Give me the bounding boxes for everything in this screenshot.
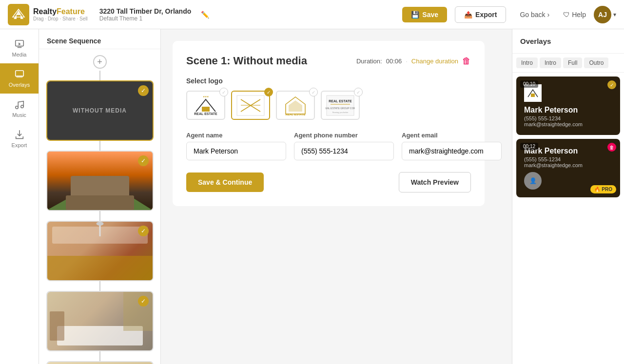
logo-options: ✓ REAL ESTATE ★★★ ✓ [186,91,471,120]
delete-scene-button[interactable]: 🗑 [462,56,471,66]
connector [99,71,100,80]
agent-phone-input[interactable] [294,142,394,160]
sidebar-nav: Media Overlays Music Export [0,29,39,364]
svg-text:REAL ESTATE GROUP CORP: REAL ESTATE GROUP CORP [326,107,355,110]
address-line2: Default Theme 1 [99,15,192,22]
scene-panel: Scene Sequence + WITHOUT MEDIA ✓ ✓ [39,29,161,364]
chevron-down-icon: ▾ [613,11,616,18]
scene-list: + WITHOUT MEDIA ✓ ✓ [39,49,160,364]
scene-title: Scene 1: Without media [186,55,307,67]
address-line1: 3220 Tall Timber Dr, Orlando [99,7,192,15]
logo-option-1[interactable]: ✓ REAL ESTATE ★★★ [186,91,225,120]
overlay-delete-2[interactable]: 🗑 [607,143,616,152]
svg-text:REAL ESTATE: REAL ESTATE [194,112,217,115]
svg-text:Serving you better: Serving you better [332,111,349,114]
help-button[interactable]: 🛡 Help [563,11,586,19]
scene-thumb-3[interactable]: ✓ [46,221,154,281]
connector [99,281,100,291]
overlay-avatar-2: 👤 [524,172,542,190]
duration-row: Duration: 00:06 · Change duration 🗑 [356,56,471,66]
logo-check-outline-3: ✓ [309,88,318,96]
agent-name-input[interactable] [186,142,286,160]
svg-text:REAL ESTATE: REAL ESTATE [329,99,352,103]
overlay-card-1[interactable]: 00:10 ✓ Mark Peterson (555) 555-1234 mar… [516,77,620,135]
logo-realty: Realty [33,7,57,16]
scene-check-3: ✓ [138,226,149,236]
logo-img-2 [234,93,268,117]
avatar-button[interactable]: AJ ▾ [594,6,616,23]
logo-img-1: REAL ESTATE ★★★ [189,93,223,117]
sidebar-item-music[interactable]: Music [0,94,39,124]
sidebar-item-export[interactable]: Export [0,124,39,154]
scene-thumb-5[interactable]: ✓ [46,361,154,364]
save-button[interactable]: 💾 Save [402,7,447,22]
agent-email-label: Agent email [402,132,502,139]
agent-name-label: Agent name [186,132,286,139]
overlay-time-1: 00:10 [520,80,538,88]
logo-text: RealtyFeature Drag · Drop · Share · Sell [33,7,88,21]
sidebar-item-overlays[interactable]: Overlays [0,63,39,94]
scene-thumb-4[interactable]: ✓ [46,291,154,351]
export-icon: 📤 [464,11,472,19]
duration-value: 00:06 [386,57,402,65]
logo-option-2[interactable]: ✓ [231,91,270,120]
overlays-panel: Overlays Intro Intro Full Outro 00:10 ✓ … [512,29,624,364]
logo-tagline: Drag · Drop · Share · Sell [33,16,88,21]
svg-text:★★★: ★★★ [203,95,209,98]
svg-text:REAL ESTATE: REAL ESTATE [286,113,306,116]
svg-marker-17 [289,100,302,112]
edit-icon[interactable]: ✏️ [201,11,209,19]
svg-rect-6 [16,76,22,78]
scene-check-2: ✓ [138,155,149,166]
header: RealtyFeature Drag · Drop · Share · Sell… [0,0,624,29]
scene-thumb-1[interactable]: WITHOUT MEDIA ✓ [46,80,154,141]
overlay-email-2: mark@straightedge.com [524,162,612,168]
main-content: Scene 1: Without media Duration: 00:06 ·… [161,29,512,364]
scene-form: Scene 1: Without media Duration: 00:06 ·… [173,41,485,206]
overlay-email-1: mark@straightedge.com [524,121,612,127]
overlay-tab-outro[interactable]: Outro [584,57,608,68]
overlay-phone-2: (555) 555-1234 [524,156,612,162]
export-button[interactable]: 📤 Export [455,6,506,23]
overlay-time-2: 00:12 [520,143,538,150]
logo-feature: Feature [57,7,85,16]
overlay-phone-1: (555) 555-1234 [524,115,612,121]
svg-point-7 [15,106,18,109]
overlay-tab-full[interactable]: Full [563,57,582,68]
overlays-panel-header: Overlays [512,29,624,54]
scene-thumb-2[interactable]: ✓ [46,151,154,211]
scene-title-row: Scene 1: Without media Duration: 00:06 ·… [186,55,471,67]
avatar: AJ [594,6,611,23]
agent-name-group: Agent name [186,132,286,160]
watch-preview-button[interactable]: Watch Preview [399,172,471,192]
go-back-button[interactable]: Go back › [514,7,555,22]
overlay-name-1: Mark Peterson [524,106,612,115]
scene-thumb-inner-1: WITHOUT MEDIA [47,81,153,140]
shield-icon: 🛡 [563,11,570,19]
overlay-card-inner-2: 00:12 🗑 Mark Peterson (555) 555-1234 mar… [516,139,620,197]
scene-check-4: ✓ [138,296,149,307]
duration-label: Duration: [356,57,382,65]
change-duration-link[interactable]: Change duration [411,57,458,65]
logo: RealtyFeature Drag · Drop · Share · Sell [8,4,88,25]
connector [99,351,100,361]
svg-rect-9 [202,107,210,112]
sidebar-item-media[interactable]: Media [0,33,39,63]
agent-phone-label: Agent phone number [294,132,394,139]
scene-check-1: ✓ [138,85,149,96]
overlay-tabs: Intro Intro Full Outro [512,54,624,73]
main-layout: Media Overlays Music Export Scene Sequen… [0,29,624,364]
logo-option-4[interactable]: ✓ REAL ESTATE REAL ESTATE GROUP CORP Ser… [321,91,360,120]
overlay-card-2[interactable]: 00:12 🗑 Mark Peterson (555) 555-1234 mar… [516,139,620,197]
select-logo-label: Select logo [186,77,471,85]
save-continue-button[interactable]: Save & Continue [186,172,264,192]
overlay-tab-intro2[interactable]: Intro [540,57,561,68]
add-scene-top-button[interactable]: + [93,55,107,69]
logo-option-3[interactable]: ✓ REAL ESTATE [276,91,315,120]
logo-img-4: REAL ESTATE REAL ESTATE GROUP CORP Servi… [323,93,357,117]
header-address: 3220 Tall Timber Dr, Orlando Default The… [99,7,192,22]
overlay-tab-intro1[interactable]: Intro [516,57,538,68]
agent-email-input[interactable] [402,142,502,160]
logo-check-outline-4: ✓ [354,88,363,96]
logo-check-outline-1: ✓ [219,88,228,96]
